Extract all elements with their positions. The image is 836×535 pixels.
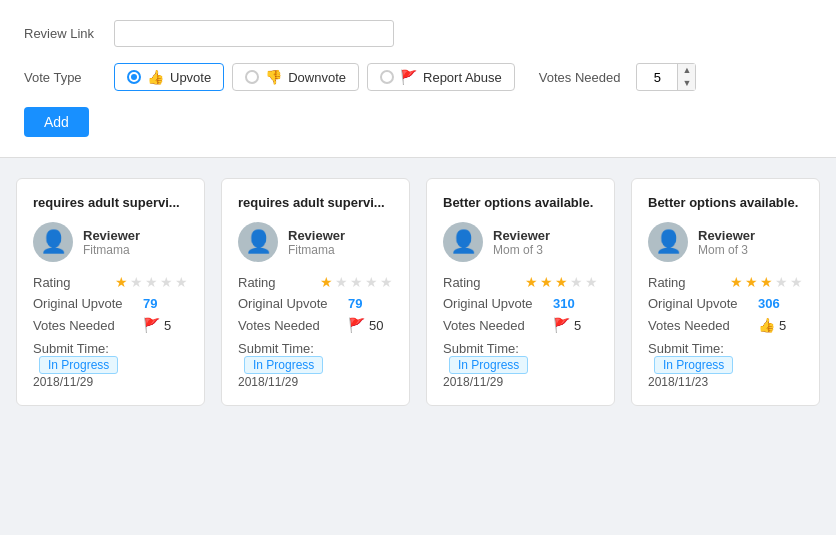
star-1: ★: [525, 274, 538, 290]
thumb-icon-card: 👍: [758, 317, 775, 333]
votes-row-0: Votes Needed 🚩 5: [33, 317, 188, 333]
card-3: Better options available. 👤 Reviewer Mom…: [631, 178, 820, 406]
reviewer-sub-1: Fitmama: [288, 243, 345, 257]
votes-needed-input[interactable]: [637, 66, 677, 89]
card-0: requires adult supervi... 👤 Reviewer Fit…: [16, 178, 205, 406]
reviewer-info-2: Reviewer Mom of 3: [493, 228, 550, 257]
votes-value-1: 50: [369, 318, 383, 333]
star-3: ★: [555, 274, 568, 290]
star-2: ★: [540, 274, 553, 290]
flag-icon-card: 🚩: [143, 317, 160, 333]
card-title-1: requires adult supervi...: [238, 195, 393, 210]
stars-2: ★★★★★: [525, 274, 598, 290]
reviewer-sub-3: Mom of 3: [698, 243, 755, 257]
flag-icon-card: 🚩: [553, 317, 570, 333]
star-1: ★: [320, 274, 333, 290]
star-5: ★: [175, 274, 188, 290]
votes-value-0: 5: [164, 318, 171, 333]
submit-date-1: 2018/11/29: [238, 375, 298, 389]
report-abuse-label: Report Abuse: [423, 70, 502, 85]
downvote-label: Downvote: [288, 70, 346, 85]
rating-label-3: Rating: [648, 275, 730, 290]
radio-dot-upvote: [127, 70, 141, 84]
avatar-1: 👤: [238, 222, 278, 262]
reviewer-info-3: Reviewer Mom of 3: [698, 228, 755, 257]
avatar-icon-1: 👤: [245, 229, 272, 255]
votes-label-2: Votes Needed: [443, 318, 553, 333]
reviewer-sub-2: Mom of 3: [493, 243, 550, 257]
avatar-0: 👤: [33, 222, 73, 262]
star-3: ★: [760, 274, 773, 290]
star-4: ★: [160, 274, 173, 290]
stars-1: ★★★★★: [320, 274, 393, 290]
rating-row-2: Rating ★★★★★: [443, 274, 598, 290]
avatar-icon-3: 👤: [655, 229, 682, 255]
reviewer-info-1: Reviewer Fitmama: [288, 228, 345, 257]
submit-time-label-3: Submit Time:: [648, 341, 724, 356]
star-4: ★: [775, 274, 788, 290]
avatar-2: 👤: [443, 222, 483, 262]
votes-value-wrap-1: 🚩 50: [348, 317, 383, 333]
thumb-up-icon: 👍: [147, 69, 164, 85]
votes-value-wrap-0: 🚩 5: [143, 317, 171, 333]
review-link-label: Review Link: [24, 26, 114, 41]
avatar-icon-0: 👤: [40, 229, 67, 255]
votes-value-2: 5: [574, 318, 581, 333]
upvote-count-1: 79: [348, 296, 362, 311]
avatar-icon-2: 👤: [450, 229, 477, 255]
spinner-down-button[interactable]: ▼: [678, 77, 695, 90]
submit-date-0: 2018/11/29: [33, 375, 93, 389]
upvote-count-0: 79: [143, 296, 157, 311]
stars-0: ★★★★★: [115, 274, 188, 290]
upvote-label-1: Original Upvote: [238, 296, 348, 311]
review-link-input[interactable]: [114, 20, 394, 47]
vote-option-downvote[interactable]: 👎 Downvote: [232, 63, 359, 91]
star-1: ★: [730, 274, 743, 290]
upvote-count-3: 306: [758, 296, 780, 311]
submit-date-3: 2018/11/23: [648, 375, 708, 389]
upvote-label-0: Original Upvote: [33, 296, 143, 311]
card-1: requires adult supervi... 👤 Reviewer Fit…: [221, 178, 410, 406]
rating-row-1: Rating ★★★★★: [238, 274, 393, 290]
reviewer-name-2: Reviewer: [493, 228, 550, 243]
submit-time-label-1: Submit Time:: [238, 341, 314, 356]
cards-section: requires adult supervi... 👤 Reviewer Fit…: [0, 158, 836, 426]
vote-type-row: Vote Type 👍 Upvote 👎 Downvote 🚩 Report A…: [24, 63, 812, 91]
reviewer-row-2: 👤 Reviewer Mom of 3: [443, 222, 598, 262]
upvote-label-3: Original Upvote: [648, 296, 758, 311]
upvote-count-2: 310: [553, 296, 575, 311]
reviewer-row-0: 👤 Reviewer Fitmama: [33, 222, 188, 262]
vote-type-label: Vote Type: [24, 70, 114, 85]
reviewer-sub-0: Fitmama: [83, 243, 140, 257]
votes-label-1: Votes Needed: [238, 318, 348, 333]
status-badge-3: In Progress: [654, 356, 733, 374]
vote-option-report[interactable]: 🚩 Report Abuse: [367, 63, 515, 91]
star-2: ★: [130, 274, 143, 290]
star-2: ★: [335, 274, 348, 290]
spinner-buttons: ▲ ▼: [677, 64, 695, 90]
stars-3: ★★★★★: [730, 274, 803, 290]
spinner-up-button[interactable]: ▲: [678, 64, 695, 77]
votes-value-wrap-2: 🚩 5: [553, 317, 581, 333]
submit-date-2: 2018/11/29: [443, 375, 503, 389]
rating-row-3: Rating ★★★★★: [648, 274, 803, 290]
vote-option-upvote[interactable]: 👍 Upvote: [114, 63, 224, 91]
add-button[interactable]: Add: [24, 107, 89, 137]
card-title-0: requires adult supervi...: [33, 195, 188, 210]
votes-row-2: Votes Needed 🚩 5: [443, 317, 598, 333]
status-badge-1: In Progress: [244, 356, 323, 374]
reviewer-name-3: Reviewer: [698, 228, 755, 243]
submit-time-label-0: Submit Time:: [33, 341, 109, 356]
upvote-row-1: Original Upvote 79: [238, 296, 393, 311]
status-badge-0: In Progress: [39, 356, 118, 374]
vote-type-options: 👍 Upvote 👎 Downvote 🚩 Report Abuse Votes…: [114, 63, 696, 91]
radio-dot-report: [380, 70, 394, 84]
flag-icon-vote: 🚩: [400, 69, 417, 85]
rating-label-0: Rating: [33, 275, 115, 290]
star-5: ★: [585, 274, 598, 290]
star-2: ★: [745, 274, 758, 290]
reviewer-name-0: Reviewer: [83, 228, 140, 243]
form-panel: Review Link Vote Type 👍 Upvote 👎 Downvot…: [0, 0, 836, 158]
star-4: ★: [365, 274, 378, 290]
submit-time-label-2: Submit Time:: [443, 341, 519, 356]
